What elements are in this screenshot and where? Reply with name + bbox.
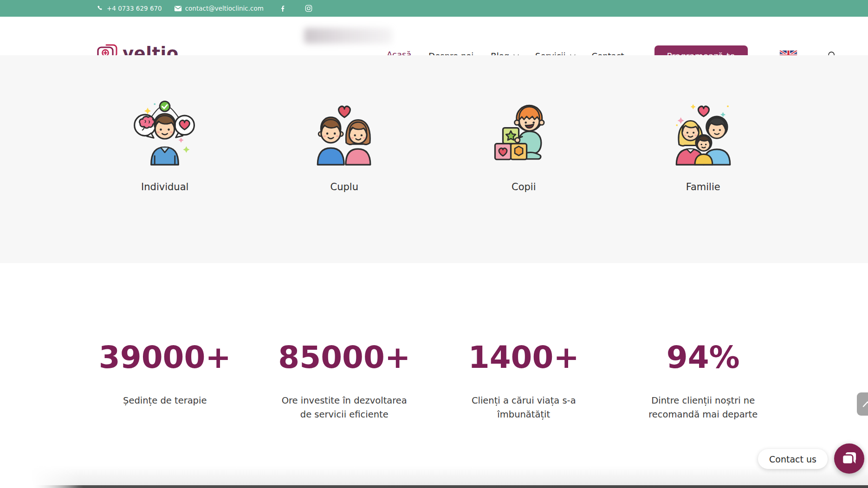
category-individual[interactable]: Individual	[75, 100, 255, 193]
individual-therapy-illustration	[132, 100, 198, 166]
header-ghost-text	[304, 28, 392, 44]
family-therapy-illustration	[670, 100, 736, 166]
category-cuplu[interactable]: Cuplu	[255, 100, 434, 193]
category-label: Cuplu	[330, 181, 358, 193]
therapy-categories-section: Individual	[0, 55, 868, 263]
stat-description: Ședințe de terapie	[75, 394, 255, 408]
site-header: veltio Acasă Despre noi Blog Servicii Co…	[0, 17, 868, 55]
category-familie[interactable]: Familie	[614, 100, 793, 193]
stat-description: Ore investite în dezvoltareade servicii …	[255, 394, 434, 422]
stat-value: 94%	[614, 340, 793, 375]
contact-us-label: Contact us	[769, 454, 816, 464]
topbar-email-link[interactable]: contact@veltioclinic.com	[174, 5, 264, 12]
scroll-to-top-button[interactable]	[857, 392, 868, 416]
stat-value: 39000+	[75, 340, 255, 375]
child-therapy-illustration	[491, 100, 557, 166]
chat-bubbles-icon	[841, 450, 858, 467]
stat-value: 85000+	[255, 340, 434, 375]
topbar-phone-link[interactable]: +4 0733 629 670	[97, 5, 162, 12]
stat-description: Clienți a cărui viața s-aîmbunătățit	[434, 394, 614, 422]
phone-icon	[97, 5, 104, 12]
categories-grid: Individual	[75, 100, 793, 193]
topbar-email-address: contact@veltioclinic.com	[185, 5, 264, 12]
instagram-icon[interactable]	[304, 4, 313, 13]
veltio-homepage: +4 0733 629 670 contact@veltioclinic.com	[0, 0, 868, 488]
stat-description: Dintre clienții noștri nerecomandă mai d…	[614, 394, 793, 422]
next-section-dark-strip	[0, 485, 868, 488]
stat-value: 1400+	[434, 340, 614, 375]
couple-therapy-illustration	[311, 100, 377, 166]
scroll-top-icon	[861, 399, 868, 409]
next-section-edge	[0, 466, 868, 485]
email-icon	[174, 6, 182, 12]
category-label: Copii	[512, 181, 536, 193]
stats-section: 39000+ Ședințe de terapie 85000+ Ore inv…	[0, 263, 868, 466]
category-label: Individual	[141, 181, 188, 193]
bottom-left-highlight	[0, 460, 102, 488]
stat-hours: 85000+ Ore investite în dezvoltareade se…	[255, 340, 434, 422]
stat-sessions: 39000+ Ședințe de terapie	[75, 340, 255, 422]
category-copii[interactable]: Copii	[434, 100, 614, 193]
stat-recommend: 94% Dintre clienții noștri nerecomandă m…	[614, 340, 793, 422]
topbar: +4 0733 629 670 contact@veltioclinic.com	[0, 0, 868, 17]
chat-widget-button[interactable]	[834, 443, 864, 474]
facebook-icon[interactable]	[279, 5, 287, 13]
stats-grid: 39000+ Ședințe de terapie 85000+ Ore inv…	[75, 340, 793, 422]
contact-us-chip[interactable]: Contact us	[758, 449, 828, 469]
topbar-phone-number: +4 0733 629 670	[107, 5, 162, 12]
category-label: Familie	[686, 181, 720, 193]
topbar-social	[279, 4, 313, 13]
stat-clients: 1400+ Clienți a cărui viața s-aîmbunătăț…	[434, 340, 614, 422]
